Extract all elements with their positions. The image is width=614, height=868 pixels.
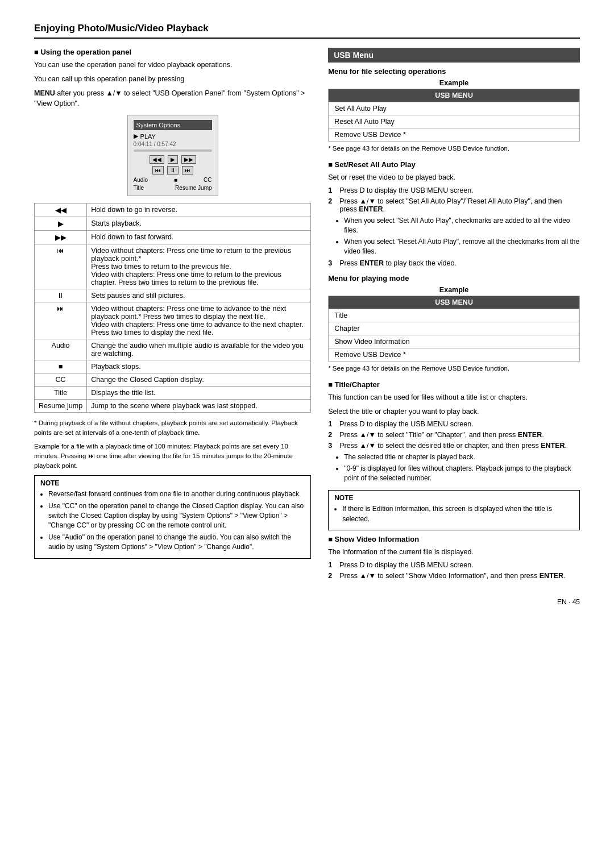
note2-list: If there is Edition information, this sc… <box>334 504 574 524</box>
show-video-steps: 1Press D to display the USB MENU screen.… <box>328 561 580 580</box>
list-item: The selected title or chapter is played … <box>344 452 580 462</box>
panel-play-row: ▶ PLAY <box>134 132 212 140</box>
prev-button[interactable]: ⏮ <box>152 166 164 175</box>
menu-item-cell: Title <box>329 309 580 322</box>
list-item: When you select "Reset All Auto Play", r… <box>344 237 580 257</box>
panel-time: 0:04:11 / 0:57:42 <box>134 141 212 147</box>
table-row: TitleDisplays the title list. <box>35 387 311 400</box>
description-cell: Jump to the scene where playback was las… <box>87 400 311 413</box>
table-row: ▶▶Hold down to fast forward. <box>35 231 311 244</box>
step-text: Press ▲/▼ to select "Set All Auto Play"/… <box>339 197 580 213</box>
note-title-2: NOTE <box>334 494 574 502</box>
list-item: Use "CC" on the operation panel to chang… <box>48 501 305 531</box>
step-number: 2 <box>328 197 336 213</box>
pause-button[interactable]: ⏸ <box>167 166 179 175</box>
using-panel-para2: You can call up this operation panel by … <box>34 74 311 85</box>
symbol-cell: ■ <box>35 360 87 373</box>
playing-mode-menu-table: USB MENUTitleChapterShow Video Informati… <box>328 296 580 362</box>
square-icon-3: ■ <box>328 380 334 389</box>
audio-label: Audio <box>134 177 148 183</box>
symbol-cell: ⏸ <box>35 289 87 302</box>
using-panel-para1: You can use the operation panel for vide… <box>34 60 311 70</box>
panel-labels-row2: Title Resume Jump <box>134 185 212 191</box>
menu-item-cell: Show Video Information <box>329 335 580 348</box>
square-icon-2: ■ <box>328 160 334 169</box>
using-panel-para3: MENU after you press ▲/▼ to select "USB … <box>34 88 311 110</box>
table-row: ■Playback stops. <box>35 360 311 373</box>
show-video-section: ■ Show Video Information The information… <box>328 535 580 580</box>
using-panel-title: ■ Using the operation panel <box>34 48 311 56</box>
step-number: 2 <box>328 431 336 439</box>
title-chapter-desc2: Select the title or chapter you want to … <box>328 406 580 417</box>
menu-item-cell: Remove USB Device * <box>329 128 580 142</box>
set-reset-title: ■ Set/Reset All Auto Play <box>328 160 580 169</box>
note1-list: Reverse/fast forward continues from one … <box>40 489 305 552</box>
symbol-cell: ⏮ <box>35 244 87 289</box>
step-text: Press ENTER to play back the video. <box>339 259 457 267</box>
list-item: Chapter <box>329 322 580 335</box>
title-chapter-section: ■ Title/Chapter This function can be use… <box>328 380 580 484</box>
cc-label: CC <box>204 177 211 183</box>
step-item: 3Press ENTER to play back the video. <box>328 259 580 267</box>
show-video-title: ■ Show Video Information <box>328 535 580 543</box>
file-selecting-section: Menu for file selecting operations Examp… <box>328 67 580 153</box>
menu-item-cell: Reset All Auto Play <box>329 115 580 128</box>
note-box-1: NOTE Reverse/fast forward continues from… <box>34 475 311 558</box>
step-item: 1Press D to display the USB MENU screen. <box>328 561 580 569</box>
symbol-cell: CC <box>35 373 87 387</box>
step-text: Press ▲/▼ to select the desired title or… <box>339 442 567 450</box>
description-cell: Hold down to fast forward. <box>87 231 311 244</box>
description-cell: Sets pauses and still pictures. <box>87 289 311 302</box>
symbol-cell: Audio <box>35 339 87 360</box>
fast-forward-button[interactable]: ▶▶ <box>181 155 196 164</box>
table-row: ◀◀Hold down to go in reverse. <box>35 203 311 217</box>
description-cell: Change the Closed Caption display. <box>87 373 311 387</box>
symbol-cell: ▶ <box>35 217 87 231</box>
step-text: Press D to display the USB MENU screen. <box>339 561 474 569</box>
menu-item-cell: Chapter <box>329 322 580 335</box>
panel-play-label: PLAY <box>140 133 156 140</box>
playing-mode-section: Menu for playing mode Example USB MENUTi… <box>328 274 580 373</box>
resume-label: Resume Jump <box>175 185 211 191</box>
list-item: Remove USB Device * <box>329 128 580 142</box>
list-item: Set All Auto Play <box>329 102 580 115</box>
step-item: 1Press D to display the USB MENU screen. <box>328 186 580 194</box>
table-row: Resume jumpJump to the scene where playb… <box>35 400 311 413</box>
usb-menu-header: USB Menu <box>328 48 580 63</box>
description-cell: Hold down to go in reverse. <box>87 203 311 217</box>
title-label: Title <box>134 185 144 191</box>
transport-buttons-row1: ◀◀ ▶ ▶▶ <box>134 155 212 164</box>
title-chapter-title: ■ Title/Chapter <box>328 380 580 389</box>
list-item: USB MENU <box>329 296 580 309</box>
step-item: 2Press ▲/▼ to select "Set All Auto Play"… <box>328 197 580 213</box>
list-item: Remove USB Device * <box>329 348 580 361</box>
playing-mode-title: Menu for playing mode <box>328 274 580 283</box>
rewind-button[interactable]: ◀◀ <box>150 155 164 164</box>
set-reset-steps: 1Press D to display the USB MENU screen.… <box>328 186 580 267</box>
example-label-2: Example <box>328 286 580 294</box>
description-cell: Video without chapters: Press one time t… <box>87 302 311 339</box>
description-cell: Displays the title list. <box>87 387 311 400</box>
list-item: When you select "Set All Auto Play", che… <box>344 216 580 236</box>
next-button[interactable]: ⏭ <box>182 166 193 175</box>
footnote-chapters: * During playback of a file without chap… <box>34 418 311 438</box>
square-icon: ■ <box>34 48 40 56</box>
file-selecting-footnote: * See page 43 for details on the Remove … <box>328 144 580 153</box>
step-number: 3 <box>328 259 336 267</box>
description-cell: Playback stops. <box>87 360 311 373</box>
progress-bar <box>134 149 212 152</box>
footnote-example: Example for a file with a playback time … <box>34 442 311 471</box>
step-text: Press ▲/▼ to select "Title" or "Chapter"… <box>339 431 544 439</box>
play-button[interactable]: ▶ <box>168 155 178 164</box>
list-item: Show Video Information <box>329 335 580 348</box>
title-chapter-steps: 1Press D to display the USB MENU screen.… <box>328 420 580 483</box>
menu-item-cell: Set All Auto Play <box>329 102 580 115</box>
file-selecting-menu-table: USB MENUSet All Auto PlayReset All Auto … <box>328 89 580 142</box>
symbol-cell: ▶▶ <box>35 231 87 244</box>
play-triangle-icon: ▶ <box>134 132 138 140</box>
list-item: Title <box>329 309 580 322</box>
right-column: USB Menu Menu for file selecting operati… <box>328 48 580 587</box>
playing-mode-footnote: * See page 43 for details on the Remove … <box>328 364 580 373</box>
using-panel-section: ■ Using the operation panel You can use … <box>34 48 311 196</box>
step-number: 1 <box>328 186 336 194</box>
